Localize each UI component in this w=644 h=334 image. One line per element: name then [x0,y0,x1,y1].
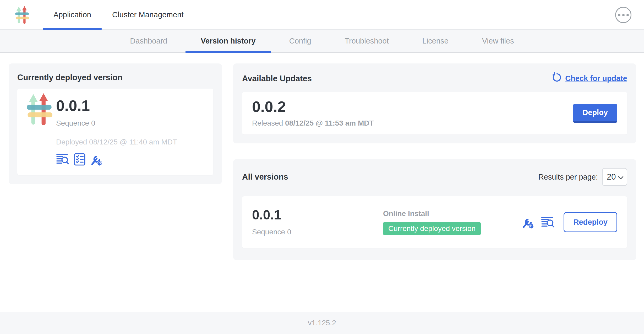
version-row: 0.0.1 Sequence 0 Online Install Currentl… [242,196,627,248]
view-logs-icon[interactable] [541,216,555,229]
tab-cluster-management-label: Cluster Management [112,10,184,19]
deployed-timestamp: Deployed 08/12/25 @ 11:40 am MDT [56,138,177,146]
subnav-license[interactable]: License [406,30,465,52]
results-per-page-value: 20 [607,172,616,182]
overflow-menu-button[interactable] [615,7,631,23]
preflight-checks-icon[interactable] [74,153,85,166]
update-version-number: 0.0.2 [252,99,374,114]
app-logo-icon [26,93,53,123]
tab-application[interactable]: Application [43,0,102,30]
results-per-page-select[interactable]: 20 [602,168,627,186]
update-released-line: Released 08/12/25 @ 11:53 am MDT [252,119,374,127]
available-update-row: 0.0.2 Released 08/12/25 @ 11:53 am MDT D… [242,92,627,134]
subnav-view-files[interactable]: View files [465,30,531,52]
row-sequence: Sequence 0 [252,228,291,236]
deployed-version-panel: 0.0.1 Sequence 0 Deployed 08/12/25 @ 11:… [17,89,213,175]
redeploy-button[interactable]: Redeploy [564,212,617,232]
subnav-version-history[interactable]: Version history [184,30,272,52]
edit-config-icon[interactable] [522,216,534,229]
refresh-icon [552,72,562,85]
app-header: Application Cluster Management [0,0,644,30]
check-for-update-link[interactable]: Check for update [552,72,627,85]
available-updates-title: Available Updates [242,74,312,83]
deployed-sequence: Sequence 0 [56,119,177,127]
deployed-card-title: Currently deployed version [17,73,213,82]
check-for-update-label: Check for update [565,74,627,83]
console-version: v1.125.2 [308,319,336,327]
subnav-dashboard[interactable]: Dashboard [113,30,184,52]
deploy-button[interactable]: Deploy [573,104,617,123]
right-column: Available Updates Check for update 0.0.2 [233,63,636,260]
chevron-down-icon [618,172,624,182]
install-type-label: Online Install [383,209,481,218]
status-badge: Currently deployed version [383,222,481,235]
tab-cluster-management[interactable]: Cluster Management [102,0,194,30]
update-released-timestamp: 08/12/25 @ 11:53 am MDT [285,119,374,127]
all-versions-title: All versions [242,172,288,182]
row-version-number: 0.0.1 [252,208,291,222]
currently-deployed-card: Currently deployed version 0.0.1 Sequenc… [9,63,222,184]
deployed-version-number: 0.0.1 [56,98,177,113]
app-level-tabs: Application Cluster Management [43,0,194,30]
app-subnav: Dashboard Version history Config Trouble… [0,30,644,53]
tab-application-label: Application [53,10,91,19]
console-footer: v1.125.2 [0,312,644,334]
deployed-action-icons [56,153,177,166]
subnav-troubleshoot[interactable]: Troubleshoot [328,30,406,52]
version-history-page: Currently deployed version 0.0.1 Sequenc… [0,53,644,260]
edit-config-icon[interactable] [90,153,103,166]
available-updates-card: Available Updates Check for update 0.0.2 [233,63,636,143]
app-logo-icon [15,5,30,24]
subnav-config[interactable]: Config [272,30,328,52]
results-per-page-label: Results per page: [538,173,598,181]
view-logs-icon[interactable] [56,153,69,165]
ellipsis-icon [618,14,620,16]
all-versions-card: All versions Results per page: 20 [233,159,636,260]
